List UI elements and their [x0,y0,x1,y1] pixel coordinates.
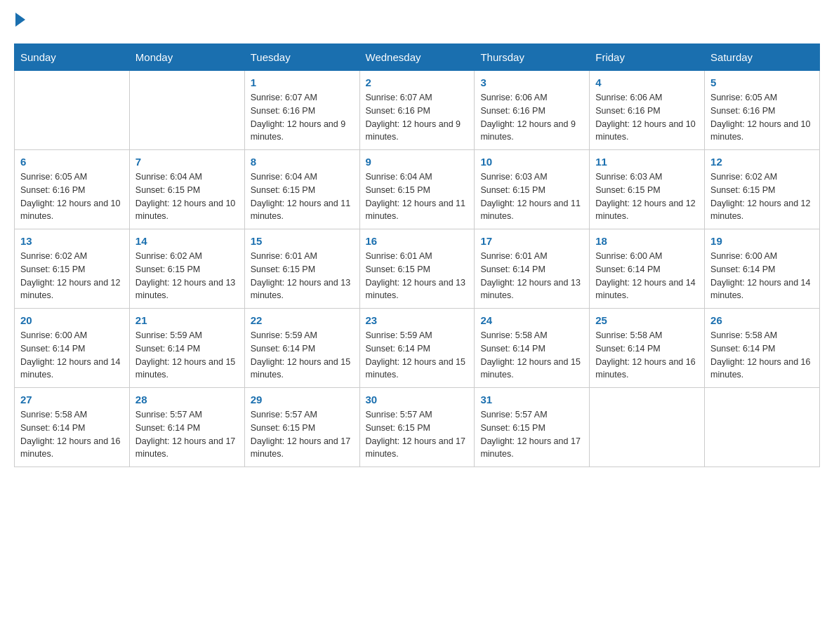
day-header-thursday: Thursday [475,44,590,71]
calendar-cell: 8Sunrise: 6:04 AMSunset: 6:15 PMDaylight… [244,150,359,229]
cell-day-number: 31 [480,394,583,405]
cell-sun-info: Sunrise: 5:57 AMSunset: 6:14 PMDaylight:… [135,408,239,461]
calendar-cell [129,71,244,150]
cell-day-number: 21 [135,314,239,326]
calendar-cell: 7Sunrise: 6:04 AMSunset: 6:15 PMDaylight… [129,150,244,229]
cell-day-number: 8 [251,156,354,168]
cell-sun-info: Sunrise: 6:07 AMSunset: 6:16 PMDaylight:… [366,91,469,144]
calendar-cell: 12Sunrise: 6:02 AMSunset: 6:15 PMDayligh… [705,150,820,229]
calendar-cell: 6Sunrise: 6:05 AMSunset: 6:16 PMDaylight… [15,150,130,229]
cell-day-number: 14 [135,235,239,247]
cell-day-number: 25 [595,314,699,326]
week-row-1: 1Sunrise: 6:07 AMSunset: 6:16 PMDaylight… [15,71,820,150]
day-header-saturday: Saturday [705,44,820,71]
calendar-cell: 25Sunrise: 5:58 AMSunset: 6:14 PMDayligh… [590,309,705,388]
week-row-3: 13Sunrise: 6:02 AMSunset: 6:15 PMDayligh… [15,229,820,309]
cell-day-number: 5 [710,76,814,88]
calendar-cell: 23Sunrise: 5:59 AMSunset: 6:14 PMDayligh… [359,309,475,388]
cell-day-number: 1 [251,76,354,88]
week-row-5: 27Sunrise: 5:58 AMSunset: 6:14 PMDayligh… [15,388,820,467]
cell-day-number: 28 [135,394,239,405]
cell-sun-info: Sunrise: 6:01 AMSunset: 6:15 PMDaylight:… [366,250,469,302]
calendar-cell: 14Sunrise: 6:02 AMSunset: 6:15 PMDayligh… [129,229,244,309]
cell-day-number: 12 [710,156,814,168]
cell-sun-info: Sunrise: 6:04 AMSunset: 6:15 PMDaylight:… [135,170,239,223]
cell-day-number: 16 [366,235,469,247]
calendar-cell: 4Sunrise: 6:06 AMSunset: 6:16 PMDaylight… [590,71,705,150]
cell-sun-info: Sunrise: 6:00 AMSunset: 6:14 PMDaylight:… [595,250,699,302]
cell-sun-info: Sunrise: 6:01 AMSunset: 6:15 PMDaylight:… [251,250,354,302]
calendar-cell [15,71,130,150]
calendar-cell: 11Sunrise: 6:03 AMSunset: 6:15 PMDayligh… [590,150,705,229]
calendar-cell: 29Sunrise: 5:57 AMSunset: 6:15 PMDayligh… [244,388,359,467]
calendar-cell [590,388,705,467]
cell-day-number: 3 [480,76,583,88]
calendar-cell: 16Sunrise: 6:01 AMSunset: 6:15 PMDayligh… [359,229,475,309]
day-header-wednesday: Wednesday [359,44,475,71]
cell-sun-info: Sunrise: 6:05 AMSunset: 6:16 PMDaylight:… [710,91,814,144]
cell-sun-info: Sunrise: 5:57 AMSunset: 6:15 PMDaylight:… [366,408,469,461]
cell-day-number: 20 [20,314,124,326]
day-header-tuesday: Tuesday [244,44,359,71]
cell-day-number: 18 [595,235,699,247]
cell-day-number: 15 [251,235,354,247]
cell-sun-info: Sunrise: 6:06 AMSunset: 6:16 PMDaylight:… [480,91,583,144]
cell-sun-info: Sunrise: 5:57 AMSunset: 6:15 PMDaylight:… [480,408,583,461]
calendar-cell: 1Sunrise: 6:07 AMSunset: 6:16 PMDaylight… [244,71,359,150]
calendar-cell: 27Sunrise: 5:58 AMSunset: 6:14 PMDayligh… [15,388,130,467]
calendar-cell: 21Sunrise: 5:59 AMSunset: 6:14 PMDayligh… [129,309,244,388]
cell-sun-info: Sunrise: 5:58 AMSunset: 6:14 PMDaylight:… [20,408,124,461]
calendar-cell: 13Sunrise: 6:02 AMSunset: 6:15 PMDayligh… [15,229,130,309]
cell-day-number: 4 [595,76,699,88]
logo [14,14,25,29]
cell-sun-info: Sunrise: 6:04 AMSunset: 6:15 PMDaylight:… [366,170,469,223]
cell-sun-info: Sunrise: 6:01 AMSunset: 6:14 PMDaylight:… [480,250,583,302]
cell-sun-info: Sunrise: 5:58 AMSunset: 6:14 PMDaylight:… [480,329,583,382]
cell-day-number: 11 [595,156,699,168]
cell-sun-info: Sunrise: 6:05 AMSunset: 6:16 PMDaylight:… [20,170,124,223]
calendar-cell: 3Sunrise: 6:06 AMSunset: 6:16 PMDaylight… [475,71,590,150]
cell-sun-info: Sunrise: 6:00 AMSunset: 6:14 PMDaylight:… [710,250,814,302]
calendar-cell: 26Sunrise: 5:58 AMSunset: 6:14 PMDayligh… [705,309,820,388]
calendar-cell: 17Sunrise: 6:01 AMSunset: 6:14 PMDayligh… [475,229,590,309]
calendar-cell: 18Sunrise: 6:00 AMSunset: 6:14 PMDayligh… [590,229,705,309]
week-row-4: 20Sunrise: 6:00 AMSunset: 6:14 PMDayligh… [15,309,820,388]
calendar-cell: 30Sunrise: 5:57 AMSunset: 6:15 PMDayligh… [359,388,475,467]
calendar-cell: 28Sunrise: 5:57 AMSunset: 6:14 PMDayligh… [129,388,244,467]
calendar-cell: 5Sunrise: 6:05 AMSunset: 6:16 PMDaylight… [705,71,820,150]
cell-day-number: 7 [135,156,239,168]
cell-day-number: 13 [20,235,124,247]
cell-sun-info: Sunrise: 6:00 AMSunset: 6:14 PMDaylight:… [20,329,124,382]
calendar-cell: 9Sunrise: 6:04 AMSunset: 6:15 PMDaylight… [359,150,475,229]
cell-sun-info: Sunrise: 6:02 AMSunset: 6:15 PMDaylight:… [710,170,814,223]
calendar-header-row: SundayMondayTuesdayWednesdayThursdayFrid… [15,44,820,71]
calendar-cell: 19Sunrise: 6:00 AMSunset: 6:14 PMDayligh… [705,229,820,309]
cell-sun-info: Sunrise: 6:03 AMSunset: 6:15 PMDaylight:… [595,170,699,223]
cell-day-number: 30 [366,394,469,405]
cell-sun-info: Sunrise: 5:59 AMSunset: 6:14 PMDaylight:… [251,329,354,382]
cell-sun-info: Sunrise: 5:57 AMSunset: 6:15 PMDaylight:… [251,408,354,461]
calendar-cell [705,388,820,467]
cell-day-number: 23 [366,314,469,326]
calendar-cell: 10Sunrise: 6:03 AMSunset: 6:15 PMDayligh… [475,150,590,229]
calendar-cell: 31Sunrise: 5:57 AMSunset: 6:15 PMDayligh… [475,388,590,467]
cell-sun-info: Sunrise: 5:59 AMSunset: 6:14 PMDaylight:… [366,329,469,382]
cell-day-number: 29 [251,394,354,405]
cell-day-number: 6 [20,156,124,168]
page-header [14,14,820,29]
cell-day-number: 24 [480,314,583,326]
cell-sun-info: Sunrise: 6:02 AMSunset: 6:15 PMDaylight:… [135,250,239,302]
calendar-cell: 24Sunrise: 5:58 AMSunset: 6:14 PMDayligh… [475,309,590,388]
day-header-sunday: Sunday [15,44,130,71]
cell-sun-info: Sunrise: 6:07 AMSunset: 6:16 PMDaylight:… [251,91,354,144]
cell-sun-info: Sunrise: 6:04 AMSunset: 6:15 PMDaylight:… [251,170,354,223]
day-header-friday: Friday [590,44,705,71]
calendar-cell: 2Sunrise: 6:07 AMSunset: 6:16 PMDaylight… [359,71,475,150]
cell-day-number: 10 [480,156,583,168]
week-row-2: 6Sunrise: 6:05 AMSunset: 6:16 PMDaylight… [15,150,820,229]
cell-sun-info: Sunrise: 5:58 AMSunset: 6:14 PMDaylight:… [595,329,699,382]
calendar-cell: 22Sunrise: 5:59 AMSunset: 6:14 PMDayligh… [244,309,359,388]
cell-sun-info: Sunrise: 6:03 AMSunset: 6:15 PMDaylight:… [480,170,583,223]
cell-day-number: 19 [710,235,814,247]
cell-day-number: 22 [251,314,354,326]
